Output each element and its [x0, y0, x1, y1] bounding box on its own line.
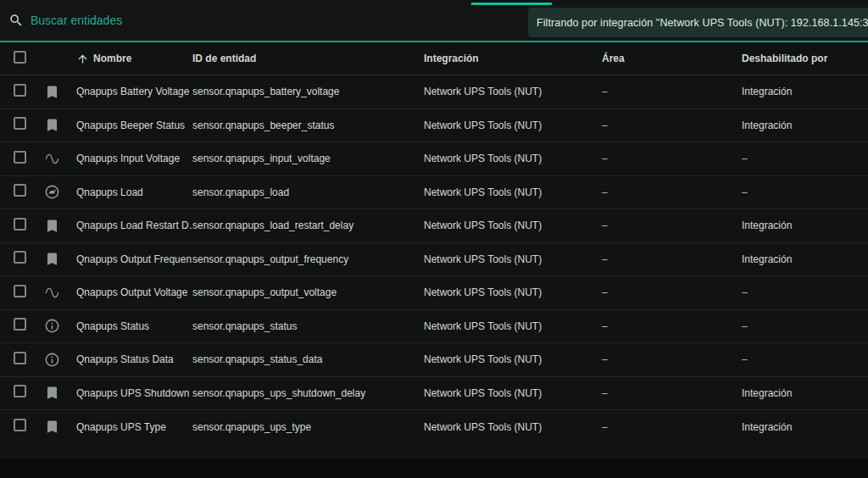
entity-area: –: [602, 119, 742, 131]
information-icon: [44, 318, 60, 334]
bookmark-icon: [44, 419, 60, 435]
select-all-checkbox[interactable]: [14, 51, 26, 64]
entity-name: Qnapups Load Restart D…: [76, 220, 192, 231]
entity-area: –: [602, 320, 742, 332]
row-checkbox[interactable]: [14, 218, 26, 231]
entity-disabled-by: Integración: [742, 119, 868, 131]
row-checkbox[interactable]: [14, 318, 26, 331]
entity-integration: Network UPS Tools (NUT): [424, 421, 602, 433]
table-row[interactable]: Qnapups Load Restart D… sensor.qnapups_l…: [0, 209, 868, 243]
entity-id: sensor.qnapups_input_voltage: [192, 153, 424, 164]
entity-area: –: [602, 286, 742, 298]
entity-name: Qnapups Beeper Status: [76, 119, 192, 131]
entity-integration: Network UPS Tools (NUT): [424, 186, 602, 198]
entity-disabled-by: Integración: [742, 387, 868, 399]
table-row[interactable]: Qnapups Output Voltage sensor.qnapups_ou…: [0, 276, 868, 310]
entity-name: Qnapups Battery Voltage: [76, 86, 192, 97]
entity-integration: Network UPS Tools (NUT): [424, 320, 602, 332]
active-tab-indicator: [471, 3, 552, 5]
table-header-row: Nombre ID de entidad Integración Área De…: [0, 42, 868, 75]
entity-integration: Network UPS Tools (NUT): [424, 353, 602, 365]
entity-area: –: [602, 220, 742, 231]
entity-integration: Network UPS Tools (NUT): [424, 387, 602, 399]
entity-area: –: [602, 353, 742, 365]
filter-chip-label: Filtrando por integración "Network UPS T…: [537, 17, 868, 29]
entity-id: sensor.qnapups_ups_type: [192, 421, 424, 433]
entity-disabled-by: Integración: [742, 253, 868, 265]
table-row[interactable]: Qnapups Output Frequen… sensor.qnapups_o…: [0, 243, 868, 277]
table-row[interactable]: Qnapups Battery Voltage sensor.qnapups_b…: [0, 75, 868, 109]
entity-name: Qnapups UPS Shutdown …: [76, 387, 192, 399]
column-header-entity-id[interactable]: ID de entidad: [192, 53, 424, 64]
row-checkbox[interactable]: [14, 84, 26, 97]
entity-id: sensor.qnapups_load: [192, 186, 424, 198]
information-icon: [44, 352, 60, 368]
entity-disabled-by: –: [742, 353, 868, 365]
row-checkbox[interactable]: [14, 352, 26, 364]
entity-disabled-by: –: [742, 153, 868, 164]
row-checkbox[interactable]: [14, 419, 26, 431]
table-row[interactable]: Qnapups Status Data sensor.qnapups_statu…: [0, 343, 868, 377]
sine-wave-icon: [44, 285, 60, 301]
column-header-name[interactable]: Nombre: [76, 53, 192, 65]
entity-disabled-by: Integración: [742, 86, 868, 97]
row-checkbox[interactable]: [14, 285, 26, 297]
entity-id: sensor.qnapups_beeper_status: [192, 119, 424, 131]
arrow-up-icon: [76, 53, 89, 65]
entity-area: –: [602, 387, 742, 399]
column-header-area[interactable]: Área: [602, 53, 742, 64]
entity-id: sensor.qnapups_load_restart_delay: [192, 220, 424, 231]
bookmark-icon: [44, 251, 60, 267]
entity-integration: Network UPS Tools (NUT): [424, 220, 602, 231]
entity-integration: Network UPS Tools (NUT): [424, 86, 602, 97]
entity-area: –: [602, 153, 742, 164]
bookmark-icon: [44, 385, 60, 401]
entity-integration: Network UPS Tools (NUT): [424, 286, 602, 298]
bookmark-icon: [44, 218, 60, 234]
table-row[interactable]: Qnapups UPS Shutdown … sensor.qnapups_up…: [0, 377, 868, 411]
entity-name: Qnapups Input Voltage: [76, 153, 192, 164]
table-row[interactable]: Qnapups Load sensor.qnapups_load Network…: [0, 176, 868, 210]
search-underline: [0, 41, 868, 42]
entity-name: Qnapups Output Frequen…: [76, 253, 192, 265]
entity-area: –: [602, 421, 742, 433]
entity-integration: Network UPS Tools (NUT): [424, 153, 602, 164]
row-checkbox[interactable]: [14, 251, 26, 264]
table-row[interactable]: Qnapups Status sensor.qnapups_status Net…: [0, 310, 868, 344]
entity-disabled-by: –: [742, 320, 868, 332]
entity-name: Qnapups Status: [76, 320, 192, 332]
gauge-icon: [44, 184, 60, 200]
entity-integration: Network UPS Tools (NUT): [424, 253, 602, 265]
table-row[interactable]: Qnapups Input Voltage sensor.qnapups_inp…: [0, 142, 868, 176]
entity-id: sensor.qnapups_status_data: [192, 353, 424, 365]
row-checkbox[interactable]: [14, 117, 26, 130]
entity-integration: Network UPS Tools (NUT): [424, 119, 602, 131]
entity-name: Qnapups Output Voltage: [76, 286, 192, 298]
table-row[interactable]: Qnapups UPS Type sensor.qnapups_ups_type…: [0, 410, 868, 444]
column-header-integration[interactable]: Integración: [424, 53, 602, 64]
entity-name: Qnapups Load: [76, 186, 192, 198]
table-row[interactable]: Qnapups Beeper Status sensor.qnapups_bee…: [0, 109, 868, 143]
entity-disabled-by: Integración: [742, 220, 868, 231]
search-input[interactable]: [31, 8, 387, 33]
entity-name: Qnapups Status Data: [76, 353, 192, 365]
entity-disabled-by: –: [742, 186, 868, 198]
entity-name: Qnapups UPS Type: [76, 421, 192, 433]
entities-table: Nombre ID de entidad Integración Área De…: [0, 42, 868, 444]
entity-id: sensor.qnapups_battery_voltage: [192, 86, 424, 97]
table-body: Qnapups Battery Voltage sensor.qnapups_b…: [0, 75, 868, 444]
row-checkbox[interactable]: [14, 151, 26, 164]
entities-page: Filtrando por integración "Network UPS T…: [0, 0, 868, 459]
entity-id: sensor.qnapups_output_frequency: [192, 253, 424, 265]
sine-wave-icon: [44, 151, 60, 167]
row-checkbox[interactable]: [14, 385, 26, 397]
entity-disabled-by: –: [742, 286, 868, 298]
integration-filter-chip: Filtrando por integración "Network UPS T…: [528, 8, 868, 37]
entity-area: –: [602, 253, 742, 265]
row-checkbox[interactable]: [14, 184, 26, 197]
bookmark-icon: [44, 84, 60, 100]
column-header-disabled-by[interactable]: Deshabilitado por: [742, 53, 868, 64]
entity-area: –: [602, 86, 742, 97]
entity-disabled-by: Integración: [742, 421, 868, 433]
entity-area: –: [602, 186, 742, 198]
